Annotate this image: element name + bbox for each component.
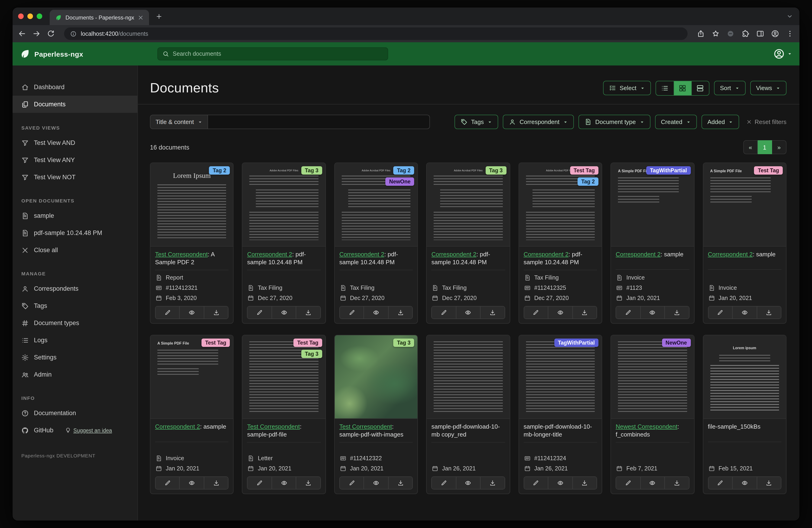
document-thumbnail[interactable]	[427, 335, 510, 419]
close-window-button[interactable]	[18, 13, 24, 19]
sidebar-item-test-view-not[interactable]: Test View NOT	[13, 169, 137, 186]
document-thumbnail[interactable]: Adobe Acrobat PDF FilesTest TagTag 2	[519, 163, 602, 246]
download-document-button[interactable]	[388, 306, 412, 318]
tag-badge-tag-3[interactable]: Tag 3	[393, 339, 414, 347]
side-panel-button[interactable]	[756, 30, 764, 38]
document-thumbnail[interactable]: A Simple PDF FileTest Tag	[703, 163, 786, 246]
document-title[interactable]: Test Correspondent: sample-pdf-file	[247, 423, 321, 443]
view-document-button[interactable]	[732, 477, 756, 489]
tab-close-icon[interactable]	[138, 15, 143, 20]
pagination-page-1-button[interactable]: 1	[758, 140, 772, 154]
document-thumbnail[interactable]: Adobe Acrobat PDF FilesTag 3	[243, 163, 325, 246]
edit-document-button[interactable]	[708, 477, 732, 489]
filter-correspondent-button[interactable]: Correspondent	[503, 115, 574, 129]
zoom-window-button[interactable]	[37, 13, 42, 19]
download-document-button[interactable]	[756, 306, 781, 318]
document-title[interactable]: Correspondent 2: sample	[708, 251, 781, 270]
document-thumbnail[interactable]: Lorem IpsumTag 2	[150, 163, 233, 246]
sort-button[interactable]: Sort	[714, 81, 745, 95]
sidebar-item-dashboard[interactable]: Dashboard	[13, 79, 137, 96]
document-title[interactable]: Correspondent 2: pdf-sample 10.24.48 PM	[523, 251, 597, 270]
edit-document-button[interactable]	[156, 306, 179, 318]
tag-badge-tagwithpartial[interactable]: TagWithPartial	[646, 166, 691, 175]
reset-filters-button[interactable]: Reset filters	[747, 118, 786, 125]
new-tab-button[interactable]	[156, 13, 162, 20]
address-bar[interactable]: localhost:4200/documents	[64, 27, 687, 40]
correspondent-link[interactable]: Test Correspondent	[155, 251, 208, 258]
download-document-button[interactable]	[572, 306, 597, 318]
view-document-button[interactable]	[640, 477, 664, 489]
filter-field-selector[interactable]: Title & content	[150, 115, 208, 129]
view-document-button[interactable]	[456, 306, 480, 318]
edit-document-button[interactable]	[340, 306, 364, 318]
sidebar-item-tags[interactable]: Tags	[13, 297, 137, 314]
document-title[interactable]: Test Correspondent: sample-pdf-with-imag…	[339, 423, 413, 443]
view-rows-button[interactable]	[691, 81, 709, 95]
tab-list-chevron-icon[interactable]	[786, 13, 793, 19]
view-document-button[interactable]	[548, 306, 572, 318]
filter-created-button[interactable]: Created	[655, 115, 697, 129]
tag-badge-tag-3[interactable]: Tag 3	[485, 166, 506, 175]
view-document-button[interactable]	[272, 477, 296, 489]
correspondent-link[interactable]: Test Correspondent	[247, 423, 300, 430]
edit-document-button[interactable]	[616, 477, 640, 489]
user-menu-button[interactable]	[773, 48, 792, 59]
document-title[interactable]: sample-pdf-download-10-mb copy_red	[432, 423, 505, 443]
reload-button[interactable]	[47, 30, 55, 38]
back-button[interactable]	[18, 30, 26, 38]
download-document-button[interactable]	[480, 306, 504, 318]
tag-badge-tagwithpartial[interactable]: TagWithPartial	[554, 339, 598, 347]
sidebar-item-test-view-and[interactable]: Test View AND	[13, 134, 137, 152]
minimize-window-button[interactable]	[27, 13, 33, 19]
correspondent-link[interactable]: Correspondent 2	[432, 251, 477, 258]
view-document-button[interactable]	[732, 306, 756, 318]
document-thumbnail[interactable]: A Simple PDF FileTest Tag	[150, 335, 233, 419]
download-document-button[interactable]	[388, 477, 412, 489]
tag-badge-tag-3[interactable]: Tag 3	[301, 166, 322, 175]
document-title[interactable]: file-sample_150kBs	[708, 423, 781, 442]
correspondent-link[interactable]: Correspondent 2	[247, 251, 292, 258]
forward-button[interactable]	[32, 30, 40, 38]
sidebar-item-close-all[interactable]: Close all	[13, 242, 137, 259]
correspondent-link[interactable]: Test Correspondent	[339, 423, 392, 430]
document-thumbnail[interactable]: TagWithPartial	[519, 335, 602, 419]
correspondent-link[interactable]: Correspondent 2	[339, 251, 385, 258]
download-document-button[interactable]	[480, 477, 504, 489]
correspondent-link[interactable]: Correspondent 2	[708, 251, 753, 258]
document-thumbnail[interactable]: Test TagTag 3	[243, 335, 325, 419]
document-title[interactable]: Correspondent 2: pdf-sample 10.24.48 PM	[432, 251, 505, 270]
tag-badge-tag-2[interactable]: Tag 2	[393, 166, 414, 175]
tag-badge-tag-2[interactable]: Tag 2	[209, 166, 230, 175]
sidebar-item-test-view-any[interactable]: Test View ANY	[13, 152, 137, 169]
document-thumbnail[interactable]: Lorem ipsum	[703, 335, 786, 419]
profile-button[interactable]	[771, 30, 779, 38]
correspondent-link[interactable]: Correspondent 2	[523, 251, 568, 258]
sidebar-item-github[interactable]: GitHubSuggest an idea	[13, 422, 137, 439]
document-thumbnail[interactable]: Adobe Acrobat PDF FilesTag 3	[427, 163, 510, 246]
view-document-button[interactable]	[364, 477, 388, 489]
download-document-button[interactable]	[572, 477, 597, 489]
pagination-prev-button[interactable]: «	[743, 140, 758, 154]
suggest-idea-link[interactable]: Suggest an idea	[65, 427, 112, 433]
extension-badge-icon[interactable]	[727, 30, 735, 38]
edit-document-button[interactable]	[248, 306, 272, 318]
document-thumbnail[interactable]: Adobe Acrobat PDF FilesTag 2NewOne	[335, 163, 418, 246]
tag-badge-test-tag[interactable]: Test Tag	[294, 339, 322, 347]
tag-badge-tag-3[interactable]: Tag 3	[301, 350, 322, 358]
document-thumbnail[interactable]: NewOne	[611, 335, 694, 419]
tag-badge-newone[interactable]: NewOne	[386, 177, 414, 186]
view-document-button[interactable]	[640, 306, 664, 318]
document-thumbnail[interactable]: Tag 3	[335, 335, 418, 419]
filter-tags-button[interactable]: Tags	[454, 115, 498, 129]
sidebar-item-logs[interactable]: Logs	[13, 331, 137, 349]
search-input[interactable]	[173, 51, 383, 57]
edit-document-button[interactable]	[432, 306, 456, 318]
edit-document-button[interactable]	[340, 477, 364, 489]
sidebar-item-document-types[interactable]: Document types	[13, 314, 137, 331]
brand[interactable]: Paperless-ngx	[20, 49, 83, 59]
document-title[interactable]: Test Correspondent: A Sample PDF 2	[155, 251, 229, 270]
download-document-button[interactable]	[664, 306, 689, 318]
edit-document-button[interactable]	[248, 477, 272, 489]
correspondent-link[interactable]: Correspondent 2	[615, 251, 661, 258]
view-document-button[interactable]	[272, 306, 296, 318]
